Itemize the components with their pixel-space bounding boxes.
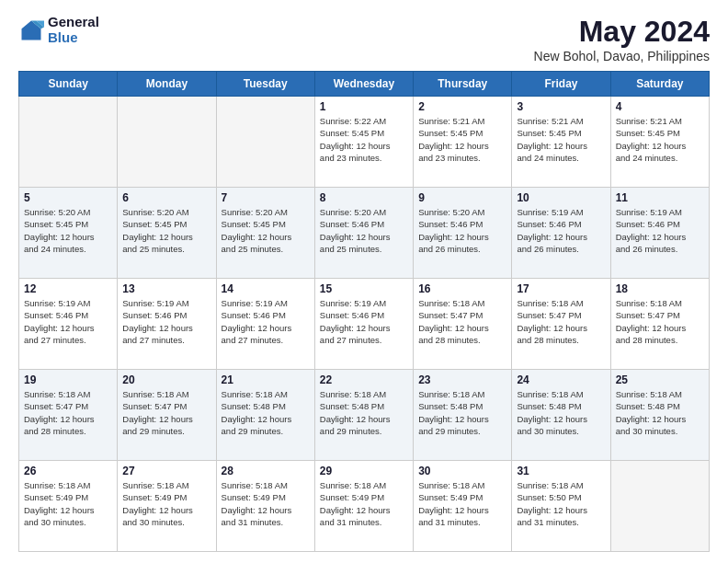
col-tuesday: Tuesday bbox=[216, 72, 314, 97]
day-number: 17 bbox=[517, 282, 605, 295]
calendar-day: 20Sunrise: 5:18 AM Sunset: 5:47 PM Dayli… bbox=[118, 370, 216, 461]
day-number: 26 bbox=[24, 465, 112, 477]
day-number: 31 bbox=[517, 465, 605, 477]
day-number: 18 bbox=[616, 282, 704, 295]
header-row: Sunday Monday Tuesday Wednesday Thursday… bbox=[19, 72, 710, 97]
calendar-day: 12Sunrise: 5:19 AM Sunset: 5:46 PM Dayli… bbox=[19, 279, 118, 370]
day-info: Sunrise: 5:21 AM Sunset: 5:45 PM Dayligh… bbox=[616, 115, 704, 164]
logo-blue-text: Blue bbox=[48, 30, 99, 46]
calendar-day: 5Sunrise: 5:20 AM Sunset: 5:45 PM Daylig… bbox=[19, 188, 118, 279]
day-number: 22 bbox=[320, 373, 408, 386]
col-thursday: Thursday bbox=[414, 72, 512, 97]
calendar-day: 19Sunrise: 5:18 AM Sunset: 5:47 PM Dayli… bbox=[19, 370, 118, 461]
logo-general-text: General bbox=[48, 15, 99, 30]
day-number: 1 bbox=[320, 100, 408, 113]
calendar-day: 11Sunrise: 5:19 AM Sunset: 5:46 PM Dayli… bbox=[610, 188, 709, 279]
day-number: 24 bbox=[517, 373, 605, 386]
calendar-day: 27Sunrise: 5:18 AM Sunset: 5:49 PM Dayli… bbox=[118, 461, 216, 552]
day-number: 3 bbox=[517, 100, 605, 113]
day-info: Sunrise: 5:18 AM Sunset: 5:48 PM Dayligh… bbox=[517, 388, 605, 437]
calendar-day: 22Sunrise: 5:18 AM Sunset: 5:48 PM Dayli… bbox=[314, 370, 413, 461]
day-info: Sunrise: 5:18 AM Sunset: 5:48 PM Dayligh… bbox=[418, 388, 506, 437]
calendar-day: 16Sunrise: 5:18 AM Sunset: 5:47 PM Dayli… bbox=[414, 279, 512, 370]
day-number: 25 bbox=[616, 373, 704, 386]
day-info: Sunrise: 5:19 AM Sunset: 5:46 PM Dayligh… bbox=[122, 297, 210, 346]
page: General Blue May 2024 New Bohol, Davao, … bbox=[0, 0, 728, 563]
calendar-day: 18Sunrise: 5:18 AM Sunset: 5:47 PM Dayli… bbox=[610, 279, 709, 370]
day-info: Sunrise: 5:18 AM Sunset: 5:49 PM Dayligh… bbox=[418, 479, 506, 528]
day-info: Sunrise: 5:18 AM Sunset: 5:50 PM Dayligh… bbox=[517, 479, 605, 528]
day-number: 10 bbox=[517, 191, 605, 204]
day-number: 21 bbox=[222, 373, 310, 386]
calendar-week-5: 26Sunrise: 5:18 AM Sunset: 5:49 PM Dayli… bbox=[19, 461, 710, 552]
day-number: 5 bbox=[24, 191, 112, 204]
col-monday: Monday bbox=[118, 72, 216, 97]
day-number: 12 bbox=[24, 282, 112, 295]
day-number: 16 bbox=[418, 282, 506, 295]
calendar-day: 8Sunrise: 5:20 AM Sunset: 5:46 PM Daylig… bbox=[314, 188, 413, 279]
day-number: 8 bbox=[320, 191, 408, 204]
calendar-day: 15Sunrise: 5:19 AM Sunset: 5:46 PM Dayli… bbox=[314, 279, 413, 370]
calendar-day: 13Sunrise: 5:19 AM Sunset: 5:46 PM Dayli… bbox=[118, 279, 216, 370]
col-wednesday: Wednesday bbox=[314, 72, 413, 97]
calendar-day: 21Sunrise: 5:18 AM Sunset: 5:48 PM Dayli… bbox=[216, 370, 314, 461]
day-info: Sunrise: 5:18 AM Sunset: 5:48 PM Dayligh… bbox=[320, 388, 408, 437]
day-info: Sunrise: 5:19 AM Sunset: 5:46 PM Dayligh… bbox=[517, 206, 605, 255]
day-number: 28 bbox=[222, 465, 310, 477]
day-info: Sunrise: 5:19 AM Sunset: 5:46 PM Dayligh… bbox=[616, 206, 704, 255]
calendar-day: 7Sunrise: 5:20 AM Sunset: 5:45 PM Daylig… bbox=[216, 188, 314, 279]
day-number: 20 bbox=[122, 373, 210, 386]
calendar-week-3: 12Sunrise: 5:19 AM Sunset: 5:46 PM Dayli… bbox=[19, 279, 710, 370]
day-info: Sunrise: 5:18 AM Sunset: 5:47 PM Dayligh… bbox=[122, 388, 210, 437]
day-info: Sunrise: 5:18 AM Sunset: 5:47 PM Dayligh… bbox=[418, 297, 506, 346]
day-info: Sunrise: 5:20 AM Sunset: 5:45 PM Dayligh… bbox=[122, 206, 210, 255]
day-info: Sunrise: 5:20 AM Sunset: 5:46 PM Dayligh… bbox=[418, 206, 506, 255]
day-info: Sunrise: 5:18 AM Sunset: 5:47 PM Dayligh… bbox=[517, 297, 605, 346]
day-number: 9 bbox=[418, 191, 506, 204]
calendar-table: Sunday Monday Tuesday Wednesday Thursday… bbox=[18, 71, 710, 552]
calendar-day: 14Sunrise: 5:19 AM Sunset: 5:46 PM Dayli… bbox=[216, 279, 314, 370]
calendar-day: 30Sunrise: 5:18 AM Sunset: 5:49 PM Dayli… bbox=[414, 461, 512, 552]
day-info: Sunrise: 5:19 AM Sunset: 5:46 PM Dayligh… bbox=[24, 297, 112, 346]
day-number: 13 bbox=[122, 282, 210, 295]
calendar-day bbox=[118, 97, 216, 188]
day-info: Sunrise: 5:18 AM Sunset: 5:49 PM Dayligh… bbox=[24, 479, 112, 528]
calendar-day: 26Sunrise: 5:18 AM Sunset: 5:49 PM Dayli… bbox=[19, 461, 118, 552]
day-info: Sunrise: 5:21 AM Sunset: 5:45 PM Dayligh… bbox=[418, 115, 506, 164]
calendar-day: 24Sunrise: 5:18 AM Sunset: 5:48 PM Dayli… bbox=[512, 370, 610, 461]
day-info: Sunrise: 5:18 AM Sunset: 5:49 PM Dayligh… bbox=[222, 479, 310, 528]
calendar-day: 29Sunrise: 5:18 AM Sunset: 5:49 PM Dayli… bbox=[314, 461, 413, 552]
calendar-day: 25Sunrise: 5:18 AM Sunset: 5:48 PM Dayli… bbox=[610, 370, 709, 461]
calendar-day: 1Sunrise: 5:22 AM Sunset: 5:45 PM Daylig… bbox=[314, 97, 413, 188]
calendar-day: 23Sunrise: 5:18 AM Sunset: 5:48 PM Dayli… bbox=[414, 370, 512, 461]
day-info: Sunrise: 5:21 AM Sunset: 5:45 PM Dayligh… bbox=[517, 115, 605, 164]
calendar-day: 17Sunrise: 5:18 AM Sunset: 5:47 PM Dayli… bbox=[512, 279, 610, 370]
day-number: 7 bbox=[222, 191, 310, 204]
day-info: Sunrise: 5:20 AM Sunset: 5:45 PM Dayligh… bbox=[222, 206, 310, 255]
day-number: 15 bbox=[320, 282, 408, 295]
col-sunday: Sunday bbox=[19, 72, 118, 97]
calendar-day bbox=[216, 97, 314, 188]
day-number: 11 bbox=[616, 191, 704, 204]
day-number: 27 bbox=[122, 465, 210, 477]
calendar-week-4: 19Sunrise: 5:18 AM Sunset: 5:47 PM Dayli… bbox=[19, 370, 710, 461]
day-number: 19 bbox=[24, 373, 112, 386]
day-number: 30 bbox=[418, 465, 506, 477]
calendar-day: 3Sunrise: 5:21 AM Sunset: 5:45 PM Daylig… bbox=[512, 97, 610, 188]
calendar-day: 6Sunrise: 5:20 AM Sunset: 5:45 PM Daylig… bbox=[118, 188, 216, 279]
subtitle: New Bohol, Davao, Philippines bbox=[534, 49, 710, 63]
calendar-week-1: 1Sunrise: 5:22 AM Sunset: 5:45 PM Daylig… bbox=[19, 97, 710, 188]
day-number: 4 bbox=[616, 100, 704, 113]
main-title: May 2024 bbox=[534, 15, 710, 49]
logo-icon bbox=[18, 17, 44, 43]
day-info: Sunrise: 5:22 AM Sunset: 5:45 PM Dayligh… bbox=[320, 115, 408, 164]
day-number: 6 bbox=[122, 191, 210, 204]
day-info: Sunrise: 5:18 AM Sunset: 5:47 PM Dayligh… bbox=[616, 297, 704, 346]
calendar-day: 9Sunrise: 5:20 AM Sunset: 5:46 PM Daylig… bbox=[414, 188, 512, 279]
calendar-day bbox=[610, 461, 709, 552]
col-saturday: Saturday bbox=[610, 72, 709, 97]
day-number: 2 bbox=[418, 100, 506, 113]
day-info: Sunrise: 5:19 AM Sunset: 5:46 PM Dayligh… bbox=[320, 297, 408, 346]
day-number: 23 bbox=[418, 373, 506, 386]
calendar-day bbox=[19, 97, 118, 188]
